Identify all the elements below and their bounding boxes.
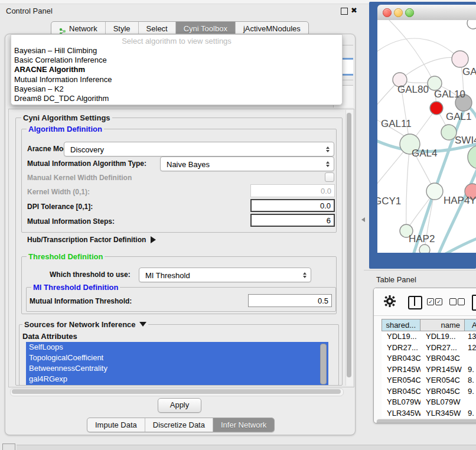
- table-row[interactable]: YBR045CYBR045C9.: [382, 386, 476, 397]
- close-traffic-icon[interactable]: [383, 8, 392, 17]
- network-edge[interactable]: [386, 20, 435, 83]
- attribute-list-item[interactable]: SelfLoops: [26, 342, 328, 353]
- table-row[interactable]: YDR27...YDR27...12: [382, 343, 476, 354]
- table-cell[interactable]: YPR145W: [382, 364, 420, 376]
- group-title: Algorithm Definition: [27, 125, 104, 133]
- table-horizontal-scrollbar-thumb[interactable]: [377, 419, 476, 423]
- splitter-collapse-icon[interactable]: [361, 217, 365, 222]
- mi-algorithm-type-combobox[interactable]: Naive Bayes: [160, 156, 334, 171]
- table-cell[interactable]: [465, 353, 476, 364]
- network-node[interactable]: [426, 183, 443, 200]
- tab-impute-data[interactable]: Impute Data: [87, 418, 145, 432]
- hub-definition-expander[interactable]: Hub/Transcription Factor Definition: [27, 236, 156, 244]
- table-cell[interactable]: YLR345W: [420, 408, 465, 419]
- table-cell[interactable]: YER054C: [420, 375, 465, 386]
- manual-kernel-width-checkbox[interactable]: [325, 172, 334, 182]
- attribute-list-item[interactable]: BetweennessCentrality: [26, 363, 328, 374]
- select-all-icon[interactable]: ✓: [427, 298, 434, 305]
- table-cell[interactable]: YBL079W: [382, 397, 420, 408]
- sources-group-title[interactable]: Sources for Network Inference: [22, 320, 148, 329]
- attribute-list-item[interactable]: gal4RGexp: [26, 374, 328, 384]
- table-row[interactable]: YBL079WYBL079W: [382, 397, 476, 408]
- settings-horizontal-scrollbar-thumb[interactable]: [12, 389, 341, 394]
- table-horizontal-scrollbar[interactable]: [376, 419, 476, 423]
- table-cell[interactable]: 9.: [465, 386, 476, 397]
- network-window-titlebar[interactable]: [377, 5, 476, 21]
- dpi-tolerance-input[interactable]: [250, 199, 335, 212]
- split-pane-icon[interactable]: [408, 296, 422, 309]
- network-node[interactable]: [468, 145, 476, 169]
- table-row[interactable]: YLR345WYLR345W9.: [382, 408, 476, 419]
- table-column-header[interactable]: name: [420, 319, 465, 331]
- table-cell[interactable]: [465, 397, 476, 408]
- table-cell[interactable]: YDL19...: [382, 331, 420, 343]
- algorithm-option[interactable]: Dream8 DC_TDC Algorithm: [11, 94, 342, 103]
- mi-steps-input[interactable]: [250, 214, 335, 227]
- algorithm-option[interactable]: Basic Correlation Inference: [11, 56, 342, 65]
- chevron-right-icon: [151, 236, 156, 243]
- file-icon[interactable]: [472, 295, 476, 311]
- zoom-traffic-icon[interactable]: [405, 8, 414, 17]
- table-cell[interactable]: YBR043C: [382, 353, 420, 364]
- network-edge[interactable]: [413, 105, 466, 253]
- table-row[interactable]: YPR145WYPR145W9.: [382, 364, 476, 376]
- table-cell[interactable]: YDL19...: [420, 331, 465, 343]
- minimize-traffic-icon[interactable]: [394, 8, 403, 17]
- table-column-header[interactable]: A: [465, 319, 476, 331]
- network-canvas[interactable]: GALGAL80GAL10GAL1GAL11SWI4GAL4GCY1HAP4YH…: [377, 20, 476, 253]
- table-cell[interactable]: YLR345W: [382, 408, 420, 419]
- hub-definition-label: Hub/Transcription Factor Definition: [27, 236, 146, 244]
- float-window-icon[interactable]: [341, 8, 348, 15]
- table-cell[interactable]: YBL079W: [420, 397, 465, 408]
- algorithm-option[interactable]: Bayesian – K2: [11, 84, 342, 94]
- table-panel-divider: [364, 270, 476, 270]
- network-node[interactable]: [452, 51, 468, 67]
- table-row[interactable]: YER054CYER054C8.: [382, 375, 476, 386]
- mi-algorithm-type-label: Mutual Information Algorithm Type:: [27, 159, 146, 168]
- table-cell[interactable]: 13: [465, 331, 476, 343]
- attribute-list-item[interactable]: TopologicalCoefficient: [26, 353, 328, 363]
- table-cell[interactable]: 12: [465, 343, 476, 354]
- gear-icon[interactable]: [383, 295, 396, 310]
- apply-button[interactable]: Apply: [158, 398, 201, 413]
- which-threshold-combobox[interactable]: MI Threshold: [139, 268, 311, 282]
- algorithm-option[interactable]: Mutual Information Inference: [11, 75, 342, 84]
- network-node[interactable]: [430, 102, 443, 115]
- table-cell[interactable]: 9.: [465, 364, 476, 376]
- table-row[interactable]: YBR043CYBR043C: [382, 353, 476, 364]
- kernel-width-input[interactable]: [250, 184, 335, 197]
- settings-horizontal-scrollbar[interactable]: [10, 388, 344, 396]
- table-cell[interactable]: YBR045C: [382, 386, 420, 397]
- close-icon[interactable]: ✖: [351, 6, 357, 15]
- aracne-mode-combobox[interactable]: Discovery: [64, 142, 334, 156]
- mi-threshold-input[interactable]: [248, 294, 332, 307]
- table-cell[interactable]: YDR27...: [420, 343, 465, 354]
- network-edge[interactable]: [406, 144, 410, 231]
- deselect-all-icon-2[interactable]: [458, 298, 465, 305]
- deselect-all-icon[interactable]: [449, 298, 457, 305]
- tab-label: Infer Network: [221, 418, 266, 432]
- table-cell[interactable]: 8.: [465, 375, 476, 386]
- taskbar-icon[interactable]: [2, 444, 15, 450]
- tab-discretize-data[interactable]: Discretize Data: [145, 418, 213, 432]
- settings-vertical-scrollbar-thumb[interactable]: [347, 113, 351, 377]
- network-node[interactable]: [419, 244, 430, 253]
- select-all-icon-2[interactable]: ✓: [435, 298, 442, 305]
- node-label: GAL1: [446, 111, 471, 122]
- network-edge[interactable]: [400, 57, 460, 80]
- algorithm-option[interactable]: Bayesian – Hill Climbing: [11, 46, 342, 56]
- table-column-header[interactable]: shared...: [382, 319, 420, 331]
- table-cell[interactable]: 9.: [465, 408, 476, 419]
- tab-infer-network[interactable]: Infer Network: [213, 418, 274, 432]
- table-cell[interactable]: YBR045C: [420, 386, 465, 397]
- table-cell[interactable]: YDR27...: [382, 343, 420, 354]
- network-node[interactable]: [467, 20, 476, 29]
- algorithm-option[interactable]: ARACNE Algorithm: [11, 65, 342, 74]
- attributes-list-scrollbar[interactable]: [320, 344, 327, 384]
- data-attributes-list[interactable]: SelfLoopsTopologicalCoefficientBetweenne…: [26, 342, 328, 385]
- table-cell[interactable]: YPR145W: [420, 364, 465, 376]
- table-cell[interactable]: YER054C: [382, 375, 420, 386]
- table-cell[interactable]: YBR043C: [420, 353, 465, 364]
- table-row[interactable]: YDL19...YDL19...13: [382, 331, 476, 343]
- node-label: HAP4: [444, 195, 470, 206]
